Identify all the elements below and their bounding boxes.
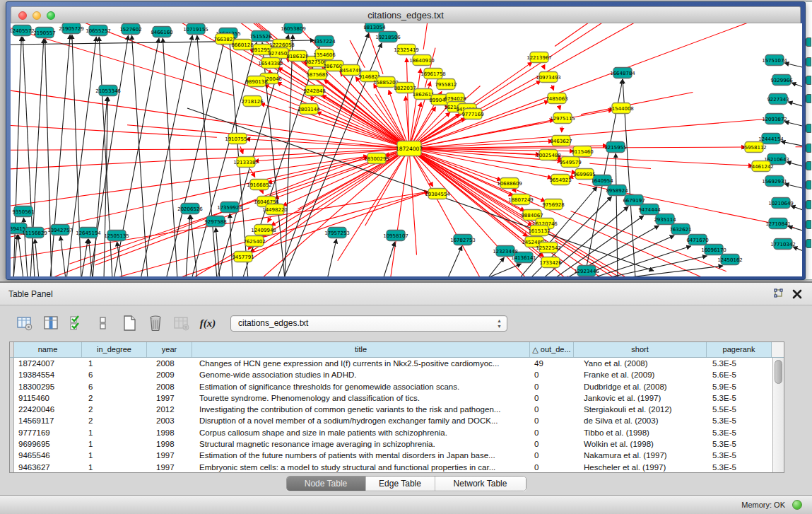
table-cell[interactable]: 0 — [530, 427, 574, 438]
table-cell[interactable]: 9465546 — [14, 450, 82, 461]
table-row[interactable]: 977716911998Corpus callosum shape and si… — [10, 427, 772, 438]
table-cell[interactable]: 9777169 — [14, 427, 82, 438]
table-cell[interactable]: Estimation of the future numbers of pati… — [192, 450, 530, 461]
table-cell[interactable]: 2003 — [147, 415, 192, 426]
table-cell[interactable]: Hescheler et al. (1997) — [574, 462, 707, 472]
table-cell[interactable]: 18724007 — [14, 358, 82, 369]
table-cell[interactable]: de Silva et al. (2003) — [574, 415, 707, 426]
table-selector-dropdown[interactable]: citations_edges.txt ▲▼ — [230, 315, 507, 332]
table-cell[interactable]: 1 — [82, 462, 147, 472]
table-row[interactable]: 946554611997Estimation of the future num… — [10, 450, 772, 461]
table-cell[interactable]: 1 — [82, 438, 147, 450]
new-table-icon[interactable] — [120, 314, 139, 332]
table-cell[interactable]: 49 — [530, 358, 574, 369]
table-cell[interactable]: 1998 — [147, 438, 192, 450]
table-cell[interactable]: 1998 — [147, 427, 192, 438]
column-header-out_de[interactable]: △ out_de... — [530, 342, 574, 357]
table-mode-icon[interactable] — [16, 314, 34, 332]
table-cell[interactable]: 2009 — [147, 369, 192, 380]
network-window-titlebar[interactable]: citations_edges.txt — [11, 6, 801, 23]
column-header-short[interactable]: short — [574, 342, 707, 357]
table-row[interactable]: 1938455462009Genome-wide association stu… — [10, 369, 772, 380]
table-cell[interactable]: 0 — [530, 438, 574, 450]
table-cell[interactable]: 1 — [82, 450, 147, 461]
table-cell[interactable]: 0 — [530, 415, 574, 426]
table-cell[interactable]: 2 — [82, 392, 147, 404]
row-height-icon[interactable] — [94, 314, 112, 332]
column-header-pagerank[interactable]: pagerank — [707, 342, 772, 357]
table-row[interactable]: 1456911722003Disruption of a novel membe… — [10, 415, 772, 426]
table-cell[interactable]: 5.3E-5 — [707, 450, 772, 461]
close-panel-icon[interactable] — [792, 289, 802, 302]
column-header-title[interactable]: title — [192, 342, 530, 357]
table-cell[interactable]: 18300295 — [14, 381, 82, 392]
table-cell[interactable]: Wolkin et al. (1998) — [574, 438, 707, 450]
table-cell[interactable]: 0 — [530, 392, 574, 404]
table-cell[interactable]: 2 — [82, 415, 147, 426]
table-cell[interactable]: Changes of HCN gene expression and I(f) … — [192, 358, 530, 369]
show-columns-icon[interactable] — [42, 314, 60, 332]
table-cell[interactable]: 5.3E-5 — [707, 392, 772, 404]
column-header-name[interactable]: name — [14, 342, 82, 357]
table-cell[interactable]: 1 — [82, 358, 147, 369]
network-window[interactable]: citations_edges.txt 12405572219055721905… — [6, 1, 806, 280]
table-cell[interactable]: 0 — [530, 381, 574, 392]
table-row[interactable]: 911546021997Tourette syndrome. Phenomeno… — [10, 392, 772, 404]
table-cell[interactable]: 1997 — [147, 392, 192, 404]
table-cell[interactable]: 0 — [530, 404, 574, 415]
table-cell[interactable]: Franke et al. (2009) — [574, 369, 707, 380]
table-row[interactable]: 969969511998Structural magnetic resonanc… — [10, 438, 772, 450]
table-cell[interactable]: 5.3E-5 — [707, 358, 772, 369]
table-cell[interactable]: 9115460 — [14, 392, 82, 404]
table-cell[interactable]: 5.3E-5 — [707, 438, 772, 450]
select-all-checks-icon[interactable] — [68, 314, 86, 332]
table-row[interactable]: 2242004622012Investigating the contribut… — [10, 404, 772, 415]
table-cell[interactable]: Stergiakouli et al. (2012) — [574, 404, 707, 415]
table-cell[interactable]: Tourette syndrome. Phenomenology and cla… — [192, 392, 530, 404]
table-cell[interactable]: Structural magnetic resonance image aver… — [192, 438, 530, 450]
table-cell[interactable]: Yano et al. (2008) — [574, 358, 707, 369]
table-cell[interactable]: 22420046 — [14, 404, 82, 415]
table-cell[interactable]: 19384554 — [14, 369, 82, 380]
column-header-in_degree[interactable]: in_degree — [82, 342, 147, 357]
table-cell[interactable]: 5.3E-5 — [707, 462, 772, 472]
tab-node-table[interactable]: Node Table — [287, 477, 366, 491]
float-window-icon[interactable] — [772, 288, 784, 303]
delete-trash-icon[interactable] — [146, 314, 165, 332]
tab-network-table[interactable]: Network Table — [435, 477, 526, 491]
vertical-scrollbar[interactable] — [772, 358, 784, 472]
table-cell[interactable]: Investigating the contribution of common… — [192, 404, 530, 415]
table-cell[interactable]: 5.6E-5 — [707, 369, 772, 380]
table-cell[interactable]: Genome-wide association studies in ADHD. — [192, 369, 530, 380]
table-cell[interactable]: 14569117 — [14, 415, 82, 426]
table-cell[interactable]: 9463627 — [14, 462, 82, 472]
table-cell[interactable]: 0 — [530, 369, 574, 380]
function-builder-icon[interactable]: f(x) — [199, 314, 217, 332]
network-canvas[interactable]: 1240557221905572190572910655257152760284… — [11, 23, 802, 276]
table-cell[interactable]: Embryonic stem cells: a model to study s… — [192, 462, 530, 472]
table-cell[interactable]: 5.5E-5 — [707, 404, 772, 415]
delete-table-disabled-icon[interactable] — [172, 314, 191, 332]
table-cell[interactable]: 5.9E-5 — [707, 381, 772, 392]
table-cell[interactable]: 2008 — [147, 358, 192, 369]
table-cell[interactable]: Disruption of a novel member of a sodium… — [192, 415, 530, 426]
table-cell[interactable]: Jankovic et al. (1997) — [574, 392, 707, 404]
table-cell[interactable]: Corpus callosum shape and size in male p… — [192, 427, 530, 438]
table-cell[interactable]: 0 — [530, 450, 574, 461]
table-row[interactable]: 1830029562008Estimation of significance … — [10, 381, 772, 392]
table-cell[interactable]: Tibbo et al. (1998) — [574, 427, 707, 438]
table-cell[interactable]: Nakamura et al. (1997) — [574, 450, 707, 461]
table-cell[interactable]: 5.3E-5 — [707, 427, 772, 438]
table-cell[interactable]: 2012 — [147, 404, 192, 415]
table-cell[interactable]: 6 — [82, 369, 147, 380]
table-row[interactable]: 1872400712008Changes of HCN gene express… — [10, 358, 772, 369]
table-cell[interactable]: Dudbridge et al. (2008) — [574, 381, 707, 392]
table-cell[interactable]: 1 — [82, 427, 147, 438]
table-cell[interactable]: 2 — [82, 404, 147, 415]
tab-edge-table[interactable]: Edge Table — [366, 477, 435, 491]
table-cell[interactable]: 1997 — [147, 450, 192, 461]
table-cell[interactable]: 0 — [530, 462, 574, 472]
table-cell[interactable]: 5.3E-5 — [707, 415, 772, 426]
table-cell[interactable]: 1997 — [147, 462, 192, 472]
table-cell[interactable]: 6 — [82, 381, 147, 392]
